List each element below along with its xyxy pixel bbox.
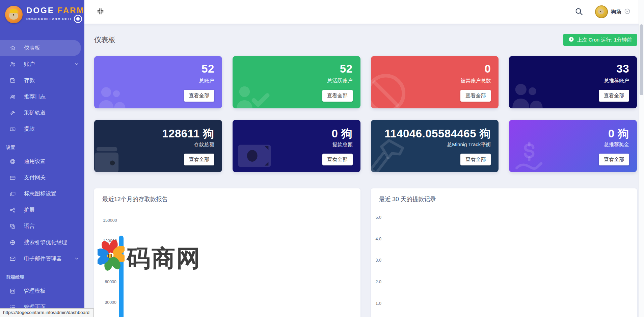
sidebar-item-accounts[interactable]: 账户 (0, 56, 84, 72)
page-scrollbar[interactable] (639, 0, 644, 317)
y-tick: 3.0 (376, 258, 381, 263)
sidebar-item-seo-manager[interactable]: 搜索引擎优化经理 (0, 234, 84, 250)
brand-title: DOGE FARM (26, 6, 84, 15)
hand-dollar-icon (512, 140, 546, 172)
credit-card-icon (9, 175, 16, 181)
template-icon (9, 288, 16, 294)
view-all-button[interactable]: 查看全部 (460, 154, 491, 165)
y-tick: 4.0 (376, 237, 381, 241)
language-icon (9, 223, 16, 230)
sidebar-item-payment-gateway[interactable]: 支付网关 (0, 169, 84, 186)
sidebar-item-label: 搜索引擎优化经理 (24, 239, 67, 246)
sidebar-item-label: 推荐日志 (24, 93, 46, 100)
users-icon (9, 61, 16, 68)
view-all-button[interactable]: 查看全部 (599, 154, 629, 165)
sidebar-item-label: 管理模板 (24, 288, 46, 295)
referral-users-icon (9, 94, 16, 100)
view-all-button[interactable]: 查看全部 (322, 154, 353, 165)
wallet-icon (94, 145, 126, 172)
sidebar-item-mining-track[interactable]: 采矿轨道 (0, 105, 84, 121)
globe-icon (9, 239, 16, 246)
ban-icon (371, 71, 408, 108)
cron-status-text: 上次 Cron 运行: 1分钟前 (577, 37, 632, 43)
chevron-down-icon (74, 62, 79, 67)
dashboard-content: 仪表板 上次 Cron 运行: 1分钟前 52 总账户 查看全部 52 总活跃账… (84, 24, 644, 317)
sidebar-item-label: 通用设置 (24, 158, 46, 165)
chart-title: 最近 30 天的提款记录 (379, 195, 629, 203)
sidebar: DOGE FARM DOGECOIN FARM DEFI 仪表板 账户 存款 推… (0, 0, 84, 317)
stat-value: 52 (340, 62, 353, 75)
brand-logo[interactable]: DOGE FARM DOGECOIN FARM DEFI (0, 0, 84, 34)
stat-card-active-accounts: 52 总活跃账户 查看全部 (233, 56, 360, 108)
stat-card-mining-track-balance: 114046.05584465 狗 总Minnig Track平衡 查看全部 (371, 120, 499, 172)
sidebar-item-deposits[interactable]: 存款 (0, 72, 84, 88)
stat-label: 提款总额 (332, 141, 353, 148)
y-tick: 5.0 (376, 215, 381, 220)
chart-title: 最近12个月的存取款报告 (102, 195, 352, 203)
view-all-button[interactable]: 查看全部 (460, 90, 491, 102)
user-menu[interactable]: 狗场 (595, 5, 630, 18)
y-tick: 120000 (103, 239, 116, 243)
view-all-button[interactable]: 查看全部 (322, 90, 353, 102)
y-tick: 150000 (103, 218, 116, 223)
stat-label: 总推荐账户 (604, 78, 629, 84)
sidebar-item-manage-templates[interactable]: 管理模板 (0, 283, 84, 299)
y-tick: 1.0 (376, 301, 381, 306)
sidebar-collapse-button[interactable] (97, 7, 104, 16)
search-icon (575, 7, 583, 17)
share-nodes-icon (9, 207, 16, 213)
sidebar-item-label: 扩展 (24, 207, 35, 214)
deposit-withdraw-chart-card: 最近12个月的存取款报告 150000 120000 90000 60000 3… (94, 188, 360, 317)
main-area: 狗场 仪表板 上次 Cron 运行: 1分钟前 52 总账户 查看全部 52 总… (84, 0, 644, 317)
stat-card-banned-accounts: 0 被禁账户总数 查看全部 (371, 56, 499, 108)
stat-card-total-accounts: 52 总账户 查看全部 (94, 56, 222, 108)
sidebar-item-dashboard[interactable]: 仪表板 (0, 40, 81, 56)
search-button[interactable] (575, 7, 583, 17)
sidebar-item-withdrawals[interactable]: 提款 (0, 121, 84, 137)
sidebar-item-label: 存款 (24, 77, 35, 84)
home-icon (9, 45, 16, 51)
deposit-bar (119, 236, 124, 317)
stat-card-total-deposits: 128611 狗 存款总额 查看全部 (94, 120, 222, 172)
sidebar-item-logo-icon-settings[interactable]: 标志图标设置 (0, 186, 84, 202)
images-icon (9, 191, 16, 197)
user-name: 狗场 (611, 9, 621, 15)
view-all-button[interactable]: 查看全部 (184, 154, 214, 165)
stat-value: 52 (202, 62, 214, 75)
sidebar-item-label: 账户 (24, 61, 35, 68)
view-all-button[interactable]: 查看全部 (599, 90, 629, 102)
user-check-icon (235, 83, 271, 108)
y-tick: 60000 (103, 280, 116, 284)
view-all-button[interactable]: 查看全部 (184, 90, 214, 102)
sidebar-item-language[interactable]: 语言 (0, 218, 84, 234)
sidebar-item-label: 提款 (24, 126, 35, 133)
scrollbar-thumb[interactable] (640, 24, 643, 95)
sidebar-item-email-manager[interactable]: 电子邮件管理器 (0, 250, 84, 267)
stat-value: 114046.05584465 狗 (384, 126, 491, 141)
sidebar-item-general-settings[interactable]: 通用设置 (0, 153, 84, 169)
sidebar-item-label: 采矿轨道 (24, 109, 46, 116)
stat-value: 128611 狗 (162, 126, 214, 141)
stat-value: 33 (616, 62, 629, 75)
wallet-icon (9, 77, 16, 84)
stat-card-total-withdrawals: 0 狗 提款总额 查看全部 (233, 120, 360, 172)
stat-value: 0 狗 (331, 126, 352, 141)
sidebar-item-referral-log[interactable]: 推荐日志 (0, 88, 84, 105)
sidebar-item-label: 语言 (24, 223, 35, 230)
stat-label: 总推荐奖金 (604, 141, 629, 148)
charts-row: 最近12个月的存取款报告 150000 120000 90000 60000 3… (94, 188, 637, 317)
doge-coin-logo-icon (5, 6, 23, 23)
user-avatar (595, 5, 608, 18)
compress-icon (97, 7, 104, 16)
sidebar-nav: 仪表板 账户 存款 推荐日志 采矿轨道 提款 设置 通用设置 (0, 34, 84, 315)
sidebar-item-label: 支付网关 (24, 174, 46, 181)
stat-card-referred-accounts: 33 总推荐账户 查看全部 (509, 56, 637, 108)
browser-link-preview: https://dogecoinfarm.info/admin/dashboar… (0, 308, 94, 317)
y-tick: 30000 (103, 300, 116, 305)
stat-label: 总活跃账户 (327, 78, 353, 84)
sidebar-pin-toggle[interactable] (74, 15, 82, 23)
stat-value: 0 (484, 62, 491, 75)
stat-value: 0 狗 (608, 126, 629, 141)
sidebar-item-extensions[interactable]: 扩展 (0, 202, 84, 218)
top-header: 狗场 (84, 0, 644, 24)
